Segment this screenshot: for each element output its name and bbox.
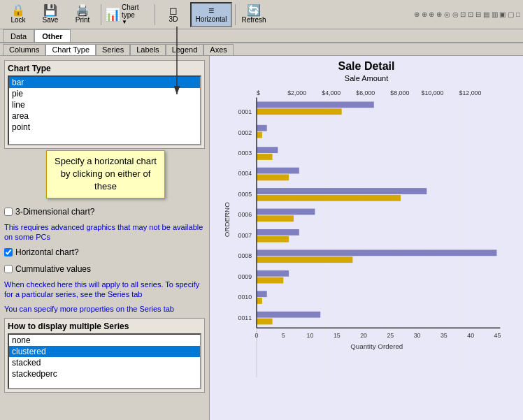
svg-rect-43 xyxy=(257,291,267,297)
chart-svg: $ $2,000 $4,000 $6,000 $8,000 $10,000 $1… xyxy=(210,82,523,412)
lock-button[interactable]: 🔒 Lock xyxy=(3,2,34,27)
list-item-clustered[interactable]: clustered xyxy=(9,346,200,357)
svg-text:0010: 0010 xyxy=(238,294,252,300)
list-item-line[interactable]: line xyxy=(9,99,200,110)
checkbox-3d-label: 3-Dimensional chart? xyxy=(15,207,94,217)
list-item-pie-label: pie xyxy=(12,89,23,99)
svg-rect-35 xyxy=(257,236,289,242)
tab-chart-type-label: Chart Type xyxy=(52,45,89,54)
svg-rect-29 xyxy=(257,195,401,201)
save-label: Save xyxy=(43,16,59,24)
checkbox-cumulative-row: Cummulative values xyxy=(4,264,205,274)
checkbox-cumulative-label: Cummulative values xyxy=(15,264,91,274)
horizontal-button[interactable]: ≡ Horizontal xyxy=(190,2,232,27)
chart-title: Sale Detail xyxy=(210,60,523,73)
checkbox-horizontal[interactable] xyxy=(4,248,13,256)
tab-labels-label: Labels xyxy=(136,45,159,54)
tab-data[interactable]: Data xyxy=(3,29,34,42)
left-panel: Chart Type bar pie line area point xyxy=(0,56,210,420)
chart-y-label: Sale Amount xyxy=(210,74,523,82)
horizontal-icon: ≡ xyxy=(208,6,214,15)
svg-rect-44 xyxy=(257,298,262,304)
tooltip-text: Specify a horizontal chart by clicking o… xyxy=(55,156,157,191)
horizontal-label: Horizontal xyxy=(195,15,227,23)
save-button[interactable]: 💾 Save xyxy=(35,2,66,27)
checkbox-3d[interactable] xyxy=(4,208,13,216)
svg-text:40: 40 xyxy=(467,332,474,339)
print-button[interactable]: 🖨️ Print xyxy=(67,2,98,27)
svg-rect-31 xyxy=(257,209,315,215)
list-item-stackedperc[interactable]: stackedperc xyxy=(9,368,200,379)
svg-text:Quantity Ordered: Quantity Ordered xyxy=(350,342,403,350)
list-item-none[interactable]: none xyxy=(9,335,200,346)
refresh-button[interactable]: 🔄 Refresh xyxy=(238,2,269,27)
list-item-none-label: none xyxy=(12,335,31,345)
svg-text:25: 25 xyxy=(387,332,394,339)
svg-text:0007: 0007 xyxy=(238,232,252,239)
svg-rect-28 xyxy=(257,188,427,194)
list-item-bar[interactable]: bar xyxy=(9,77,200,88)
lock-icon: 🔒 xyxy=(11,5,25,16)
toolbar-extra-icons: ⊕ ⊕ ⊕ ⊕ ◎ ◎ ⊡ ⊡ ⊟ ▤ ▥ ▣ ▢ □ xyxy=(414,10,520,18)
tab-chart-type[interactable]: Chart Type xyxy=(45,44,96,55)
svg-text:0: 0 xyxy=(255,332,259,339)
main-content: Chart Type bar pie line area point xyxy=(0,56,523,420)
chart-type-list[interactable]: bar pie line area point xyxy=(8,75,201,145)
tab-axes-label: Axes xyxy=(210,45,227,54)
svg-text:0009: 0009 xyxy=(238,273,252,280)
list-item-line-label: line xyxy=(12,100,25,110)
svg-rect-17 xyxy=(257,108,342,115)
list-item-clustered-label: clustered xyxy=(12,347,46,356)
svg-text:15: 15 xyxy=(334,332,341,339)
refresh-icon: 🔄 xyxy=(247,5,261,16)
svg-rect-20 xyxy=(257,132,262,138)
3d-label: 3D xyxy=(169,15,178,23)
tab-labels[interactable]: Labels xyxy=(130,44,165,55)
series-list[interactable]: none clustered stacked stackedperc xyxy=(8,333,201,389)
series-section: How to display multiple Series none clus… xyxy=(4,318,205,393)
svg-text:$12,000: $12,000 xyxy=(459,89,481,96)
tab-data-label: Data xyxy=(10,32,27,41)
list-item-area[interactable]: area xyxy=(9,110,200,122)
tab-series-label: Series xyxy=(102,45,124,54)
svg-text:20: 20 xyxy=(360,332,367,339)
checkbox-cumulative[interactable] xyxy=(4,265,13,273)
svg-rect-37 xyxy=(257,249,496,256)
list-item-point-label: point xyxy=(12,122,30,132)
tab-legend[interactable]: Legend xyxy=(166,44,204,55)
svg-rect-47 xyxy=(257,319,273,325)
chart-type-section: Chart Type bar pie line area point xyxy=(4,60,205,149)
svg-text:0002: 0002 xyxy=(238,129,252,136)
list-item-point[interactable]: point xyxy=(9,122,200,133)
svg-rect-22 xyxy=(257,147,278,153)
sep2 xyxy=(155,4,155,25)
list-item-pie[interactable]: pie xyxy=(9,88,200,99)
list-item-bar-label: bar xyxy=(12,78,24,87)
lock-label: Lock xyxy=(10,16,25,24)
3d-button[interactable]: ◻ 3D xyxy=(158,2,189,27)
svg-text:35: 35 xyxy=(440,332,447,339)
svg-text:45: 45 xyxy=(494,332,501,339)
svg-rect-40 xyxy=(257,270,289,277)
series-title: How to display multiple Series xyxy=(8,321,201,331)
tab-axes[interactable]: Axes xyxy=(203,44,233,55)
svg-text:$8,000: $8,000 xyxy=(390,89,409,96)
chart-type-title: Chart Type xyxy=(8,64,201,73)
tab-series[interactable]: Series xyxy=(96,44,130,55)
tab-columns-label: Columns xyxy=(9,45,39,54)
tab-columns[interactable]: Columns xyxy=(3,44,45,55)
checkbox-horizontal-row: Horizontal chart? xyxy=(4,247,205,257)
sep1 xyxy=(101,4,101,25)
main-tab-bar: Data Other xyxy=(0,29,523,43)
svg-text:$2,000: $2,000 xyxy=(287,89,306,96)
right-panel: Sale Detail Sale Amount $ $2,000 $4,000 … xyxy=(210,56,523,420)
tab-other[interactable]: Other xyxy=(34,29,70,42)
svg-text:0005: 0005 xyxy=(238,191,252,198)
svg-text:0003: 0003 xyxy=(238,150,252,157)
svg-text:ORDERNO: ORDERNO xyxy=(223,202,231,237)
chart-type-button[interactable]: 📊 Chart type ▼ xyxy=(104,2,152,27)
svg-text:$10,000: $10,000 xyxy=(422,89,444,96)
list-item-stacked[interactable]: stacked xyxy=(9,357,200,368)
tooltip-horizontal: Specify a horizontal chart by clicking o… xyxy=(46,150,165,198)
svg-text:$4,000: $4,000 xyxy=(322,89,341,96)
